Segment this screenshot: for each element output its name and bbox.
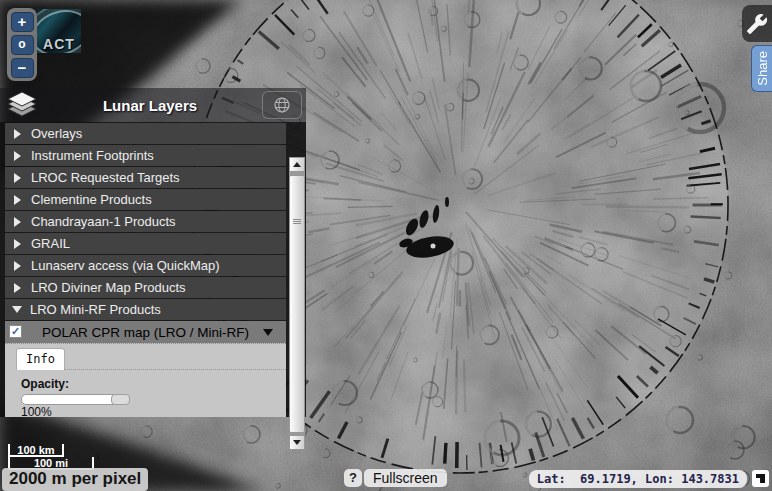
act-logo-text: ACT xyxy=(37,37,81,52)
wrench-icon xyxy=(746,13,768,35)
fullscreen-button[interactable]: Fullscreen xyxy=(364,469,447,487)
panel-scrollbar[interactable] xyxy=(289,157,305,450)
lunar-layers-panel: Lunar Layers OverlaysInstrument Footprin… xyxy=(0,88,306,417)
triangle-up-icon xyxy=(293,162,301,167)
sublayer-row-polar-cpr[interactable]: ✓ POLAR CPR map (LRO / Mini-RF) xyxy=(5,321,286,343)
layer-item[interactable]: Overlays xyxy=(5,123,286,144)
opacity-slider-handle[interactable] xyxy=(111,394,130,405)
layer-item[interactable]: Chandrayaan-1 Products xyxy=(5,211,286,232)
layer-item-label: LRO Diviner Map Products xyxy=(31,280,186,295)
scrollbar-grips xyxy=(290,176,304,224)
layer-item[interactable]: Lunaserv access (via QuickMap) xyxy=(5,255,286,276)
layer-detail-panel: Info Opacity: 100% xyxy=(5,343,286,417)
panel-title: Lunar Layers xyxy=(38,97,262,114)
map-resolution-label: 2000 m per pixel xyxy=(2,468,148,491)
opacity-value: 100% xyxy=(21,405,52,419)
layer-checkbox[interactable]: ✓ xyxy=(9,325,22,338)
zoom-reset-button[interactable]: o xyxy=(11,35,34,55)
globe-icon xyxy=(273,96,291,114)
tab-info[interactable]: Info xyxy=(16,348,65,370)
cursor-position-readout: Lat: 69.1719, Lon: 143.7831 xyxy=(529,470,747,488)
layer-item-label: LRO Mini-RF Products xyxy=(30,302,161,317)
share-tab-label: Share xyxy=(755,51,770,86)
layer-item[interactable]: LRO Mini-RF Products xyxy=(5,299,286,320)
collapse-arrow-icon xyxy=(12,306,22,313)
expand-arrow-icon xyxy=(14,129,21,139)
zoom-in-button[interactable]: + xyxy=(11,12,34,32)
layer-item-label: Clementine Products xyxy=(31,192,152,207)
panel-header: Lunar Layers xyxy=(0,88,306,122)
share-tab[interactable]: Share xyxy=(751,45,772,92)
position-format-toggle-button[interactable] xyxy=(752,470,769,487)
app-window: + o − ACT Share Lunar Layers xyxy=(0,0,772,491)
zoom-control: + o − xyxy=(7,8,37,81)
corner-arrow-icon xyxy=(756,474,765,483)
scale-bar-km: 100 km xyxy=(8,444,64,457)
expand-arrow-icon xyxy=(14,261,21,271)
layer-list-container: OverlaysInstrument FootprintsLROC Reques… xyxy=(0,122,306,417)
layer-item-label: Overlays xyxy=(31,126,82,141)
basemap-globe-button[interactable] xyxy=(262,91,302,119)
zoom-out-button[interactable]: − xyxy=(11,58,34,78)
expand-arrow-icon xyxy=(14,151,21,161)
sublayer-label: POLAR CPR map (LRO / Mini-RF) xyxy=(42,325,249,340)
sublayer-dropdown-icon[interactable] xyxy=(263,329,273,336)
help-button[interactable]: ? xyxy=(344,469,362,487)
layers-icon xyxy=(6,91,38,119)
layer-list: OverlaysInstrument FootprintsLROC Reques… xyxy=(0,123,306,320)
layer-item-label: Instrument Footprints xyxy=(31,148,154,163)
scrollbar-down-button[interactable] xyxy=(289,435,305,450)
tab-strip-line xyxy=(58,369,286,370)
act-logo[interactable]: ACT xyxy=(37,9,81,53)
expand-arrow-icon xyxy=(14,195,21,205)
layer-item[interactable]: LRO Diviner Map Products xyxy=(5,277,286,298)
layer-item[interactable]: Clementine Products xyxy=(5,189,286,210)
opacity-label: Opacity: xyxy=(21,377,69,391)
layer-item[interactable]: LROC Requested Targets xyxy=(5,167,286,188)
expand-arrow-icon xyxy=(14,217,21,227)
layer-item[interactable]: Instrument Footprints xyxy=(5,145,286,166)
layer-item[interactable]: GRAIL xyxy=(5,233,286,254)
layer-item-label: GRAIL xyxy=(31,236,70,251)
scrollbar-up-button[interactable] xyxy=(289,157,305,172)
layer-item-label: Lunaserv access (via QuickMap) xyxy=(31,258,220,273)
layer-item-label: LROC Requested Targets xyxy=(31,170,180,185)
expand-arrow-icon xyxy=(14,239,21,249)
scrollbar-thumb[interactable] xyxy=(289,175,305,433)
opacity-slider[interactable] xyxy=(21,394,130,405)
layer-item-label: Chandrayaan-1 Products xyxy=(31,214,176,229)
tools-button[interactable] xyxy=(742,5,772,42)
expand-arrow-icon xyxy=(14,173,21,183)
expand-arrow-icon xyxy=(14,283,21,293)
triangle-down-icon xyxy=(293,440,301,445)
